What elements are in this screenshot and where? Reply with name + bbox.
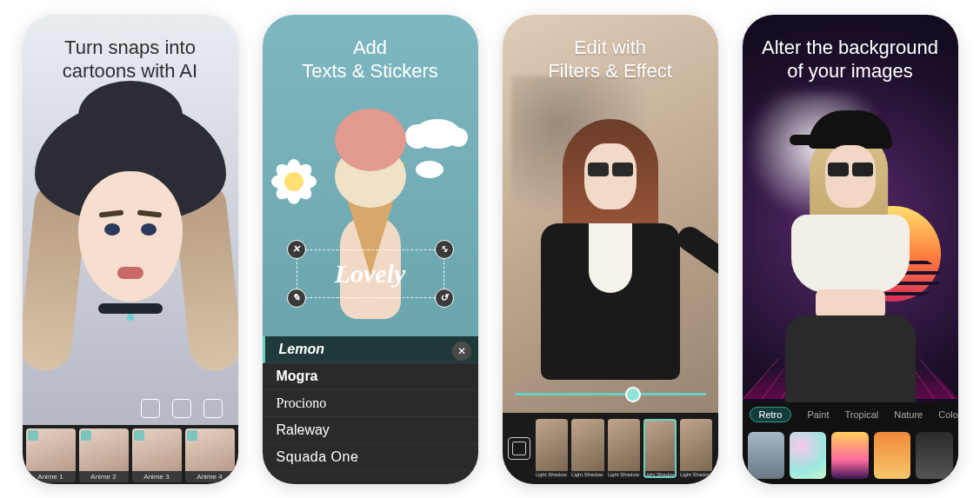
background-thumb[interactable] bbox=[748, 432, 784, 479]
user-badge-icon bbox=[187, 430, 197, 441]
category-tab[interactable]: Color bbox=[938, 409, 957, 420]
cloud-sticker-icon[interactable] bbox=[414, 119, 461, 149]
background-category-tabs: Retro Paint Tropical Nature Color bbox=[743, 402, 958, 427]
delete-handle-icon[interactable]: ✕ bbox=[287, 240, 306, 259]
cloud-sticker-icon[interactable] bbox=[416, 161, 443, 178]
filter-thumb[interactable]: Light Shadow 01 bbox=[536, 419, 569, 478]
style-thumb[interactable]: Anime 2 bbox=[79, 428, 129, 482]
model-photo bbox=[532, 119, 689, 380]
cartoon-portrait-illustration bbox=[30, 102, 230, 380]
headline: Alter the background of your images bbox=[743, 36, 958, 83]
font-option[interactable]: Prociono bbox=[263, 390, 478, 417]
style-thumbnail-strip: Anime 1 Anime 2 Anime 3 Anime 4 bbox=[23, 425, 238, 484]
filter-thumb[interactable]: Light Shadow 02 bbox=[571, 419, 604, 478]
text-overlay-box[interactable]: Lovely ✕ ⤡ ✎ ↺ bbox=[297, 249, 444, 298]
filter-thumb[interactable]: Light Shadow 05 bbox=[680, 419, 713, 478]
resize-handle-icon[interactable]: ⤡ bbox=[435, 240, 454, 259]
headline: Edit with Filters & Effect bbox=[503, 36, 718, 83]
user-badge-icon bbox=[28, 430, 38, 441]
font-picker-panel: ✕ Lemon Mogra Prociono Raleway Squada On… bbox=[263, 336, 478, 484]
background-thumb[interactable] bbox=[916, 432, 952, 479]
category-tab[interactable]: Nature bbox=[894, 409, 923, 420]
style-thumb-label: Anime 4 bbox=[197, 471, 222, 482]
model-photo bbox=[763, 110, 937, 397]
style-thumb[interactable]: Anime 3 bbox=[132, 428, 182, 482]
background-thumb[interactable] bbox=[790, 432, 826, 479]
style-thumb-label: Anime 3 bbox=[143, 471, 169, 482]
text-overlay-content: Lovely bbox=[335, 259, 406, 289]
filter-thumb[interactable]: Light Shadow 03 bbox=[608, 419, 641, 478]
style-thumb-label: Anime 2 bbox=[90, 471, 116, 482]
filter-thumb[interactable]: Light Shadow 04 bbox=[643, 419, 677, 478]
rotate-handle-icon[interactable]: ↺ bbox=[435, 289, 454, 308]
background-thumbnail-strip bbox=[743, 427, 958, 484]
category-tab[interactable]: Tropical bbox=[844, 409, 878, 420]
category-tab[interactable]: Retro bbox=[750, 407, 792, 422]
background-thumb[interactable] bbox=[831, 432, 868, 479]
crop-icon[interactable] bbox=[203, 399, 223, 418]
intensity-slider[interactable] bbox=[515, 385, 706, 404]
font-option[interactable]: Mogra bbox=[263, 363, 478, 390]
headline: Turn snaps into cartoons with AI bbox=[23, 36, 238, 83]
daisy-sticker-icon[interactable] bbox=[275, 163, 313, 201]
square-icon[interactable] bbox=[141, 399, 160, 418]
screenshot-background-alter: Alter the background of your images Retr… bbox=[743, 15, 958, 484]
close-icon[interactable]: ✕ bbox=[452, 342, 471, 361]
screenshot-cartoon-ai: Turn snaps into cartoons with AI Anime 1… bbox=[23, 15, 238, 484]
style-thumb[interactable]: Anime 4 bbox=[185, 428, 235, 482]
font-option[interactable]: Raleway bbox=[263, 417, 478, 444]
compare-icon[interactable] bbox=[508, 437, 530, 460]
headline: Add Texts & Stickers bbox=[263, 36, 478, 83]
user-badge-icon bbox=[134, 430, 144, 441]
eraser-icon[interactable] bbox=[172, 399, 191, 418]
slider-knob[interactable] bbox=[625, 387, 641, 402]
user-badge-icon bbox=[81, 430, 91, 441]
style-thumb-label: Anime 1 bbox=[37, 471, 63, 482]
style-thumb[interactable]: Anime 1 bbox=[26, 428, 76, 482]
edit-toolbar bbox=[23, 399, 238, 422]
edit-handle-icon[interactable]: ✎ bbox=[287, 289, 306, 308]
filter-thumbnail-strip: Light Shadow 01 Light Shadow 02 Light Sh… bbox=[503, 413, 718, 484]
screenshot-filters-effect: Edit with Filters & Effect Light Shadow … bbox=[503, 15, 718, 484]
screenshot-text-stickers: Lovely ✕ ⤡ ✎ ↺ Add Texts & Stickers ✕ Le… bbox=[263, 15, 478, 484]
background-thumb[interactable] bbox=[874, 432, 910, 479]
font-option[interactable]: Lemon bbox=[263, 336, 478, 363]
font-option[interactable]: Squada One bbox=[263, 444, 478, 471]
category-tab[interactable]: Paint bbox=[807, 409, 829, 420]
